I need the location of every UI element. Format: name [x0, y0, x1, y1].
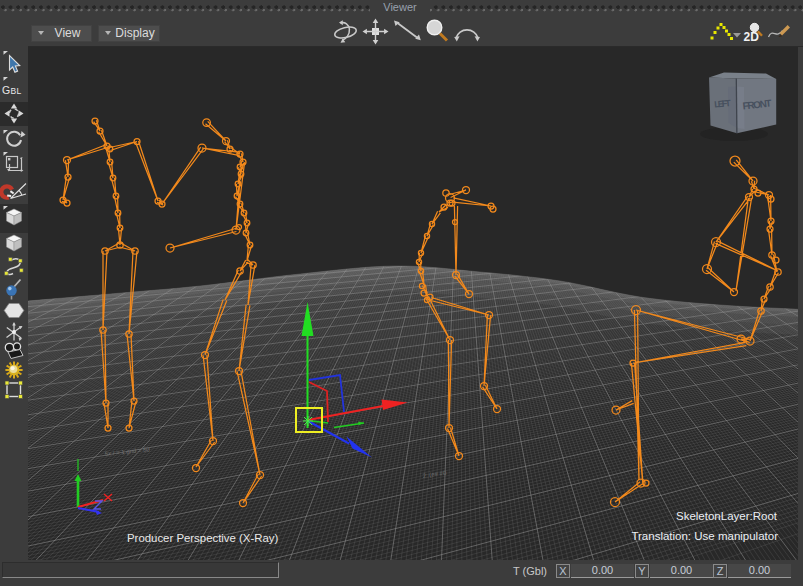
svg-text:2D: 2D [744, 30, 760, 44]
svg-text:SkeletonLayer:Root: SkeletonLayer:Root [676, 510, 778, 522]
svg-text:LEFT: LEFT [714, 98, 732, 109]
svg-text:Producer Perspective (X-Ray): Producer Perspective (X-Ray) [127, 532, 278, 544]
svg-text:Translation: Use manipulator: Translation: Use manipulator [631, 530, 778, 542]
svg-text:GBL: GBL [2, 84, 21, 96]
